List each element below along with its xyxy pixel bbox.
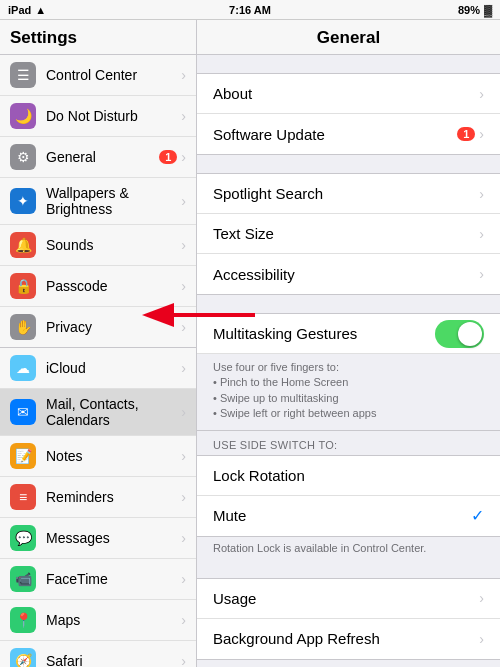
privacy-icon: ✋ <box>10 314 36 340</box>
sidebar-item-label-reminders: Reminders <box>46 489 181 505</box>
passcode-icon: 🔒 <box>10 273 36 299</box>
sidebar-item-label-control-center: Control Center <box>46 67 181 83</box>
privacy-chevron: › <box>181 319 186 335</box>
background-refresh-chevron: › <box>479 631 484 647</box>
sidebar-item-label-do-not-disturb: Do Not Disturb <box>46 108 181 124</box>
text-size-chevron: › <box>479 226 484 242</box>
icloud-chevron: › <box>181 360 186 376</box>
section-group2: Spotlight Search › Text Size › Accessibi… <box>197 173 500 295</box>
sidebar-item-label-messages: Messages <box>46 530 181 546</box>
settings-group-4: Usage › Background App Refresh › <box>197 578 500 660</box>
row-software-update[interactable]: Software Update 1 › <box>197 114 500 154</box>
wallpapers-icon: ✦ <box>10 188 36 214</box>
safari-icon: 🧭 <box>10 648 36 667</box>
sidebar-item-label-icloud: iCloud <box>46 360 181 376</box>
multitasking-info: Use four or five fingers to: • Pinch to … <box>197 354 500 430</box>
multitasking-block: Multitasking Gestures Use four or five f… <box>197 313 500 431</box>
row-lock-rotation[interactable]: Lock Rotation <box>197 456 500 496</box>
control-center-chevron: › <box>181 67 186 83</box>
text-size-label: Text Size <box>213 225 479 242</box>
background-refresh-label: Background App Refresh <box>213 630 479 647</box>
sidebar-item-sounds[interactable]: 🔔Sounds› <box>0 225 196 266</box>
lock-rotation-label: Lock Rotation <box>213 467 484 484</box>
do-not-disturb-icon: 🌙 <box>10 103 36 129</box>
sidebar-section: ☁iCloud›✉Mail, Contacts, Calendars›📝Note… <box>0 348 196 667</box>
facetime-chevron: › <box>181 571 186 587</box>
row-mute[interactable]: Mute ✓ <box>197 496 500 536</box>
main-container: Settings ☰Control Center›🌙Do Not Disturb… <box>0 20 500 667</box>
mail-icon: ✉ <box>10 399 36 425</box>
general-icon: ⚙ <box>10 144 36 170</box>
row-multitasking[interactable]: Multitasking Gestures <box>197 314 500 354</box>
usage-chevron: › <box>479 590 484 606</box>
multitasking-toggle-knob <box>458 322 482 346</box>
passcode-chevron: › <box>181 278 186 294</box>
general-badge: 1 <box>159 150 177 164</box>
multitasking-toggle[interactable] <box>435 320 484 348</box>
sidebar-item-control-center[interactable]: ☰Control Center› <box>0 55 196 96</box>
sounds-icon: 🔔 <box>10 232 36 258</box>
sidebar-item-privacy[interactable]: ✋Privacy› <box>0 307 196 347</box>
icloud-icon: ☁ <box>10 355 36 381</box>
sidebar-item-label-mail: Mail, Contacts, Calendars <box>46 396 181 428</box>
sidebar-item-general[interactable]: ⚙General1› <box>0 137 196 178</box>
multitasking-label: Multitasking Gestures <box>213 325 435 342</box>
settings-group-1: About › Software Update 1 › <box>197 73 500 155</box>
sidebar-item-label-general: General <box>46 149 159 165</box>
sidebar-item-notes[interactable]: 📝Notes› <box>0 436 196 477</box>
wifi-icon: ▲ <box>35 4 46 16</box>
status-bar: iPad ▲ 7:16 AM 89% ▓ <box>0 0 500 20</box>
spotlight-label: Spotlight Search <box>213 185 479 202</box>
battery-icon: ▓ <box>484 4 492 16</box>
content-header: General <box>197 20 500 55</box>
row-text-size[interactable]: Text Size › <box>197 214 500 254</box>
maps-icon: 📍 <box>10 607 36 633</box>
sidebar-item-facetime[interactable]: 📹FaceTime› <box>0 559 196 600</box>
sidebar-item-safari[interactable]: 🧭Safari› <box>0 641 196 667</box>
row-background-refresh[interactable]: Background App Refresh › <box>197 619 500 659</box>
facetime-icon: 📹 <box>10 566 36 592</box>
section-group4: Usage › Background App Refresh › <box>197 578 500 660</box>
status-right: 89% ▓ <box>458 4 492 16</box>
wallpapers-chevron: › <box>181 193 186 209</box>
sidebar-item-passcode[interactable]: 🔒Passcode› <box>0 266 196 307</box>
sidebar-item-do-not-disturb[interactable]: 🌙Do Not Disturb› <box>0 96 196 137</box>
sidebar-item-label-safari: Safari <box>46 653 181 667</box>
sidebar-item-reminders[interactable]: ≡Reminders› <box>0 477 196 518</box>
sidebar-item-icloud[interactable]: ☁iCloud› <box>0 348 196 389</box>
usage-label: Usage <box>213 590 479 607</box>
sidebar-header: Settings <box>0 20 196 55</box>
sidebar-item-messages[interactable]: 💬Messages› <box>0 518 196 559</box>
sidebar-item-wallpapers[interactable]: ✦Wallpapers & Brightness› <box>0 178 196 225</box>
notes-chevron: › <box>181 448 186 464</box>
side-switch-group: Lock Rotation Mute ✓ <box>197 455 500 537</box>
carrier-label: iPad <box>8 4 31 16</box>
accessibility-label: Accessibility <box>213 266 479 283</box>
status-time: 7:16 AM <box>229 4 271 16</box>
mail-chevron: › <box>181 404 186 420</box>
sidebar-item-label-privacy: Privacy <box>46 319 181 335</box>
content-area[interactable]: General About › Software Update 1 › Spot… <box>197 20 500 667</box>
sidebar-item-maps[interactable]: 📍Maps› <box>0 600 196 641</box>
row-usage[interactable]: Usage › <box>197 579 500 619</box>
reminders-chevron: › <box>181 489 186 505</box>
sidebar-item-label-notes: Notes <box>46 448 181 464</box>
mute-label: Mute <box>213 507 471 524</box>
sidebar-title: Settings <box>10 28 77 47</box>
row-spotlight[interactable]: Spotlight Search › <box>197 174 500 214</box>
row-about[interactable]: About › <box>197 74 500 114</box>
reminders-icon: ≡ <box>10 484 36 510</box>
sidebar-item-label-sounds: Sounds <box>46 237 181 253</box>
do-not-disturb-chevron: › <box>181 108 186 124</box>
sidebar-item-mail[interactable]: ✉Mail, Contacts, Calendars› <box>0 389 196 436</box>
status-left: iPad ▲ <box>8 4 46 16</box>
sidebar-section: ☰Control Center›🌙Do Not Disturb›⚙General… <box>0 55 196 348</box>
section-group3: Multitasking Gestures Use four or five f… <box>197 313 500 431</box>
side-switch-label: USE SIDE SWITCH TO: <box>197 431 500 455</box>
rotation-note: Rotation Lock is available in Control Ce… <box>197 537 500 560</box>
sounds-chevron: › <box>181 237 186 253</box>
settings-group-2: Spotlight Search › Text Size › Accessibi… <box>197 173 500 295</box>
sidebar-items-container: ☰Control Center›🌙Do Not Disturb›⚙General… <box>0 55 196 667</box>
row-accessibility[interactable]: Accessibility › <box>197 254 500 294</box>
general-chevron: › <box>181 149 186 165</box>
